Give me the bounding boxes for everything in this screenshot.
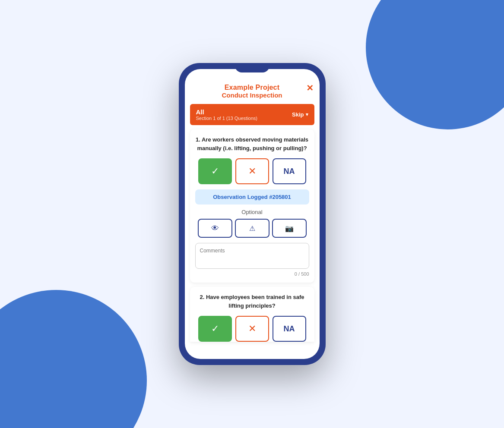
warning-icon: ⚠ <box>249 224 255 233</box>
phone-frame: Example Project Conduct Inspection ✕ All… <box>179 63 326 365</box>
comments-input[interactable] <box>195 243 309 269</box>
optional-label: Optional <box>195 209 309 215</box>
question-1-text: 1. Are workers observed moving materials… <box>195 135 309 152</box>
project-title: Example Project <box>193 84 311 91</box>
yes-button-q2[interactable]: ✓ <box>198 316 232 342</box>
section-subtitle: Section 1 of 1 (13 Questions) <box>196 116 257 121</box>
section-header: All Section 1 of 1 (13 Questions) Skip ▾ <box>190 104 314 125</box>
na-button-q1[interactable]: NA <box>273 158 306 184</box>
warning-button[interactable]: ⚠ <box>235 219 269 238</box>
inspection-title: Conduct Inspection <box>193 91 311 99</box>
screen-content: Example Project Conduct Inspection ✕ All… <box>185 69 320 359</box>
skip-label: Skip <box>292 111 304 118</box>
section-info: All Section 1 of 1 (13 Questions) <box>196 108 257 121</box>
skip-button[interactable]: Skip ▾ <box>292 111 308 118</box>
answer-buttons-q2: ✓ ✕ NA <box>195 316 309 342</box>
camera-icon: 📷 <box>285 224 294 233</box>
checkmark-icon: ✓ <box>211 166 219 177</box>
section-title: All <box>196 108 257 116</box>
question-1-card: 1. Are workers observed moving materials… <box>190 129 314 283</box>
screen-header: Example Project Conduct Inspection ✕ <box>185 79 320 104</box>
cross-icon: ✕ <box>248 323 256 334</box>
yes-button-q1[interactable]: ✓ <box>198 158 232 184</box>
bg-decoration-bottom-left <box>0 290 147 428</box>
cross-icon: ✕ <box>248 166 256 177</box>
close-button[interactable]: ✕ <box>306 84 314 92</box>
no-button-q1[interactable]: ✕ <box>235 158 269 184</box>
eye-icon: 👁 <box>211 224 219 233</box>
observation-logged-q1: Observation Logged #205801 <box>195 189 309 205</box>
phone-mockup: Example Project Conduct Inspection ✕ All… <box>179 63 326 365</box>
phone-screen: Example Project Conduct Inspection ✕ All… <box>185 69 320 359</box>
optional-buttons: 👁 ⚠ 📷 <box>195 219 309 238</box>
no-button-q2[interactable]: ✕ <box>235 316 269 342</box>
view-button[interactable]: 👁 <box>198 219 232 238</box>
question-2-card: 2. Have employees been trained in safe l… <box>190 287 314 342</box>
char-count: 0 / 500 <box>195 271 309 277</box>
na-label: NA <box>284 167 295 176</box>
question-2-text: 2. Have employees been trained in safe l… <box>195 293 309 310</box>
bg-decoration-top-right <box>366 0 504 129</box>
comments-area: 0 / 500 <box>195 243 309 277</box>
answer-buttons-q1: ✓ ✕ NA <box>195 158 309 184</box>
checkmark-icon: ✓ <box>211 323 219 334</box>
na-button-q2[interactable]: NA <box>273 316 306 342</box>
camera-button[interactable]: 📷 <box>272 219 307 238</box>
na-label: NA <box>284 324 295 334</box>
phone-notch <box>235 63 269 72</box>
chevron-down-icon: ▾ <box>306 112 308 117</box>
